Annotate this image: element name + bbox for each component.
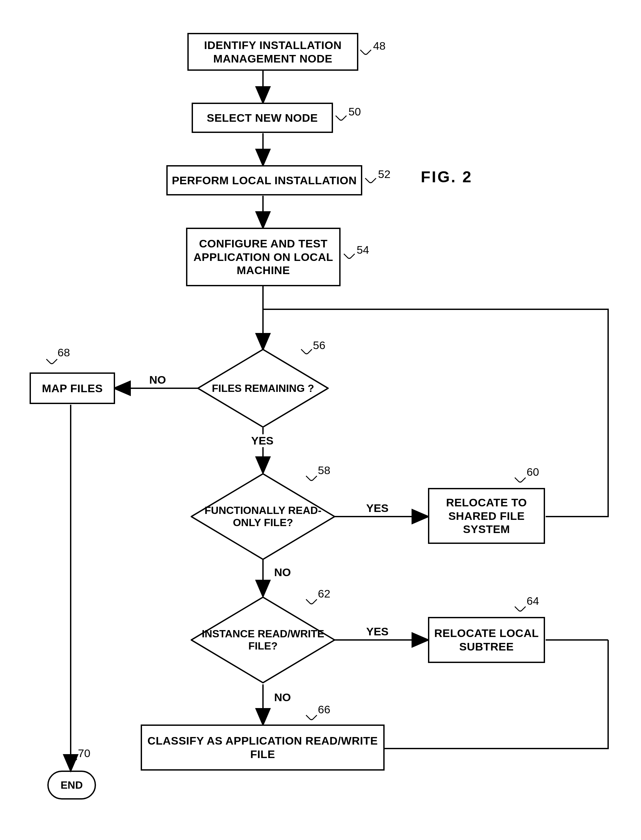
ref-64: 64 [527,594,539,607]
edge-no: NO [273,691,292,704]
ref-54: 54 [357,244,369,256]
ref-tick [365,173,376,184]
diamond-text: FILES REMAINING ? [212,382,314,394]
box-text: IDENTIFY INSTALLATION MANAGEMENT NODE [191,39,354,65]
terminator-end: END [47,771,96,800]
ref-tick [335,110,347,122]
process-relocate-local-subtree: RELOCATE LOCAL SUBTREE [428,617,545,663]
ref-tick [343,249,355,260]
process-select-new-node: SELECT NEW NODE [192,103,333,133]
process-classify-application-rw: CLASSIFY AS APPLICATION READ/WRITE FILE [141,725,385,771]
box-text: RELOCATE LOCAL SUBTREE [432,627,541,653]
ref-tick [306,710,317,721]
edge-no: NO [273,566,292,579]
ref-70: 70 [78,747,90,760]
box-text: RELOCATE TO SHARED FILE SYSTEM [432,496,541,536]
ref-58: 58 [318,464,330,477]
process-identify-installation: IDENTIFY INSTALLATION MANAGEMENT NODE [187,33,358,71]
box-text: SELECT NEW NODE [207,111,318,125]
diamond-text: FUNCTIONALLY READ-ONLY FILE? [191,504,335,529]
ref-68: 68 [58,346,70,359]
box-text: CONFIGURE AND TEST APPLICATION ON LOCAL … [190,237,337,277]
edge-yes: YES [250,434,275,447]
ref-tick [46,354,58,365]
edge-yes: YES [365,625,390,638]
ref-56: 56 [313,339,325,352]
decision-functionally-readonly: FUNCTIONALLY READ-ONLY FILE? [191,473,335,560]
ref-60: 60 [527,465,539,478]
edge-yes: YES [365,502,390,515]
ref-tick [514,601,526,613]
ref-tick [514,472,526,484]
ref-tick [360,44,372,56]
decision-files-remaining: FILES REMAINING ? [197,349,329,428]
ref-66: 66 [318,703,330,716]
figure-label: FIG. 2 [421,168,472,186]
diamond-text: INSTANCE READ/WRITE FILE? [191,628,335,652]
flowchart-canvas: IDENTIFY INSTALLATION MANAGEMENT NODE 48… [13,13,628,827]
decision-instance-readwrite: INSTANCE READ/WRITE FILE? [191,596,335,683]
box-text: PERFORM LOCAL INSTALLATION [172,174,357,187]
ref-50: 50 [348,105,361,118]
ref-62: 62 [318,587,330,600]
process-relocate-shared: RELOCATE TO SHARED FILE SYSTEM [428,488,545,544]
ref-52: 52 [378,168,391,181]
process-map-files: MAP FILES [30,372,115,404]
box-text: CLASSIFY AS APPLICATION READ/WRITE FILE [145,734,381,761]
box-text: MAP FILES [42,382,103,395]
ref-tick [66,753,77,765]
ref-48: 48 [373,39,386,52]
edge-no: NO [148,373,167,386]
end-text: END [61,779,83,791]
process-perform-local-installation: PERFORM LOCAL INSTALLATION [166,165,362,195]
process-configure-test: CONFIGURE AND TEST APPLICATION ON LOCAL … [186,228,341,286]
